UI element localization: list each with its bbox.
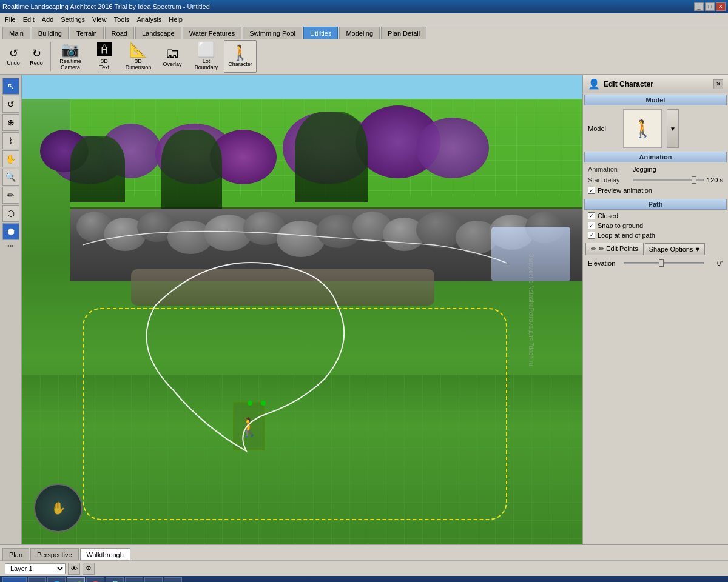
pencil-tool[interactable]: ✏	[2, 187, 19, 204]
taskbar-app-6[interactable]: 📧	[125, 577, 143, 582]
tab-terrain[interactable]: Terrain	[70, 27, 104, 39]
select-tool[interactable]: ↖	[2, 78, 19, 95]
start-delay-slider[interactable]	[633, 179, 704, 181]
menu-help[interactable]: Help	[165, 15, 186, 24]
menu-tools[interactable]: Tools	[110, 15, 133, 24]
menu-edit[interactable]: Edit	[19, 15, 38, 24]
app-title: Realtime Landscaping Architect 2016 Tria…	[2, 3, 210, 10]
menu-file[interactable]: File	[1, 15, 19, 24]
compass-icon: ✋	[51, 501, 66, 515]
watermark: Загружено NatashaPetrova для 7dach.ru	[528, 253, 534, 366]
redo-label: Redo	[30, 60, 43, 66]
shape-tool[interactable]: ⬡	[2, 205, 19, 222]
model-dropdown-button[interactable]: ▼	[667, 109, 679, 148]
start-button[interactable]: ⊞	[2, 577, 27, 582]
layer-selector: Layer 1 Layer 2 👁 ⚙	[5, 563, 95, 575]
edit-points-button[interactable]: ✏ ✏ Edit Points	[585, 242, 644, 255]
bottom-tabs: Plan Perspective Walkthrough	[0, 544, 728, 560]
lot-boundary-icon: ⬜	[197, 42, 215, 57]
character-button[interactable]: 🚶 Character	[224, 40, 257, 73]
tab-perspective[interactable]: Perspective	[30, 548, 78, 560]
hand-tool[interactable]: ✋	[2, 150, 19, 167]
snap-to-ground-checkbox[interactable]: ✓	[588, 222, 595, 229]
elevation-track[interactable]	[624, 262, 704, 264]
shape-options-button[interactable]: Shape Options ▼	[645, 243, 706, 255]
preview-animation-label: Preview animation	[598, 187, 652, 194]
tab-walkthrough[interactable]: Walkthrough	[80, 548, 130, 560]
loop-checkbox[interactable]: ✓	[588, 232, 595, 239]
menu-view[interactable]: View	[89, 15, 110, 24]
animation-value: Jogging	[633, 166, 723, 173]
statusbar: Layer 1 Layer 2 👁 ⚙	[0, 560, 728, 576]
panel-header-icon: 👤	[588, 78, 600, 90]
tab-landscape[interactable]: Landscape	[135, 27, 181, 39]
tab-utilities[interactable]: Utilities	[303, 27, 338, 39]
redo-button[interactable]: ↻ Redo	[25, 40, 47, 73]
character-in-scene: 🚶	[233, 402, 265, 450]
right-panel: 👤 Edit Character ✕ Model Model 🚶 ▼ Anima…	[582, 75, 728, 544]
slider-track[interactable]	[633, 179, 704, 181]
3d-text-button[interactable]: 🅰 3DText	[88, 40, 121, 73]
panel-header: 👤 Edit Character ✕	[583, 75, 728, 93]
tab-plan-detail[interactable]: Plan Detail	[381, 27, 426, 39]
closed-row: ✓ Closed	[583, 211, 728, 221]
edit-points-label: ✏ Edit Points	[599, 245, 638, 253]
layer-dropdown[interactable]: Layer 1 Layer 2	[5, 563, 66, 574]
taskbar-app-2[interactable]: 🌐	[47, 577, 66, 582]
elevation-slider[interactable]	[624, 262, 704, 264]
tree-1	[70, 136, 125, 202]
character-label: Character	[228, 61, 252, 67]
taskbar-app-8[interactable]: 📷	[164, 577, 182, 582]
menu-add[interactable]: Add	[38, 15, 58, 24]
realtime-camera-button[interactable]: 📷 RealtimeCamera	[54, 40, 87, 73]
minimize-button[interactable]: _	[694, 2, 704, 11]
more-tools[interactable]: •••	[6, 241, 15, 250]
panel-close-button[interactable]: ✕	[713, 79, 723, 89]
slider-thumb[interactable]	[692, 176, 696, 184]
closed-label: Closed	[598, 212, 618, 219]
closed-checkbox[interactable]: ✓	[588, 212, 595, 219]
tab-swimming-pool[interactable]: Swimming Pool	[243, 27, 302, 39]
tab-modeling[interactable]: Modeling	[339, 27, 380, 39]
character-icon: 🚶	[231, 45, 249, 60]
orbit-tool[interactable]: ↺	[2, 96, 19, 113]
tab-water-features[interactable]: Water Features	[183, 27, 241, 39]
close-button[interactable]: ✕	[716, 2, 726, 11]
lot-boundary-button[interactable]: ⬜ LotBoundary	[190, 40, 223, 73]
redo-icon: ↻	[32, 47, 41, 60]
taskbar-app-1[interactable]: 📁	[28, 577, 46, 582]
tab-road[interactable]: Road	[105, 27, 134, 39]
taskbar-app-7[interactable]: 🎮	[144, 577, 163, 582]
pan-tool[interactable]: ⊕	[2, 114, 19, 131]
elevation-thumb[interactable]	[659, 259, 664, 267]
tab-plan[interactable]: Plan	[2, 548, 29, 560]
tree-3	[295, 112, 368, 202]
measure-tool[interactable]: ⌇	[2, 132, 19, 149]
3d-dimension-button[interactable]: 📐 3DDimension	[122, 40, 155, 73]
tab-main[interactable]: Main	[2, 27, 30, 39]
overlay-button[interactable]: 🗂 Overlay	[156, 40, 189, 73]
undo-button[interactable]: ↺ Undo	[2, 40, 24, 73]
taskbar-app-5[interactable]: 🌍	[106, 577, 124, 582]
preview-animation-checkbox[interactable]: ✓	[588, 187, 595, 194]
zoom-tool[interactable]: 🔍	[2, 169, 19, 186]
menu-analysis[interactable]: Analysis	[133, 15, 165, 24]
tab-building[interactable]: Building	[32, 27, 69, 39]
taskbar: ⊞ 📁 🌐 🌿 🔴 🌍 📧 🎮 📷 🔊 📶 23:43	[0, 576, 728, 582]
menu-settings[interactable]: Settings	[57, 15, 89, 24]
model-character-icon: 🚶	[632, 119, 653, 139]
nav-tabs: Main Building Terrain Road Landscape Wat…	[0, 25, 728, 39]
fill-tool[interactable]: ⬢	[2, 223, 19, 240]
viewport: 🚶 ✋ Загружено NatashaPetrova для 7dach.r…	[22, 75, 582, 544]
taskbar-app-4[interactable]: 🔴	[86, 577, 104, 582]
layer-settings-button[interactable]: ⚙	[83, 563, 95, 575]
elevation-label: Elevation	[588, 259, 621, 267]
maximize-button[interactable]: □	[705, 2, 715, 11]
layer-visibility-button[interactable]: 👁	[68, 563, 80, 575]
tree-2	[161, 130, 222, 209]
3d-text-icon: 🅰	[97, 42, 112, 57]
undo-icon: ↺	[9, 47, 18, 60]
overlay-icon: 🗂	[165, 45, 180, 60]
taskbar-app-3[interactable]: 🌿	[67, 577, 85, 582]
start-delay-label: Start delay	[588, 176, 630, 184]
